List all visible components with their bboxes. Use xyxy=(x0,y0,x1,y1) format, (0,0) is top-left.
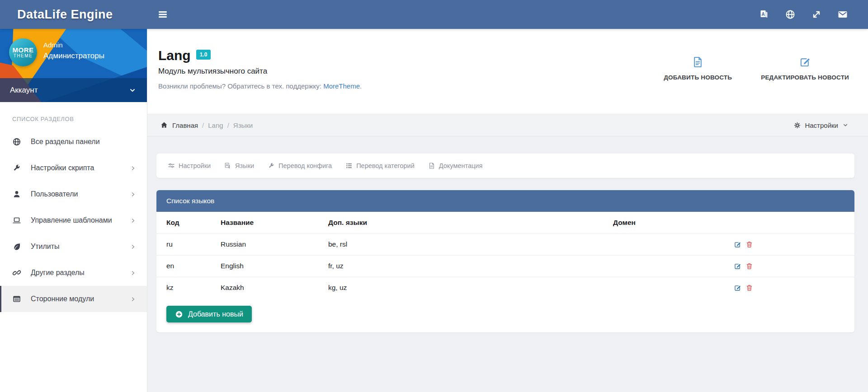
avatar[interactable]: MORE THEME xyxy=(9,38,37,66)
leaf-icon xyxy=(12,242,21,251)
sidebar-item-label: Другие разделы xyxy=(31,269,85,277)
wrench-icon xyxy=(268,162,275,169)
settings-dropdown[interactable]: Настройки xyxy=(793,121,848,129)
table-row: kz Kazakh kg, uz xyxy=(156,277,854,299)
sidebar-item-label: Настройки скрипта xyxy=(31,164,94,172)
tab-documentation[interactable]: Документация xyxy=(421,154,489,178)
list-icon xyxy=(345,162,353,169)
column-header-name: Название xyxy=(211,212,318,233)
avatar-text: THEME xyxy=(14,53,33,58)
breadcrumb-item-home[interactable]: Главная xyxy=(172,121,198,129)
cell-name: Kazakh xyxy=(211,277,318,299)
laptop-icon xyxy=(12,216,21,225)
edit-news-button[interactable]: РЕДАКТИРОВАТЬ НОВОСТИ xyxy=(761,56,849,81)
column-header-actions xyxy=(724,212,854,233)
chevron-down-icon xyxy=(129,87,136,94)
main-content: Lang 1.0 Модуль мультиязычного сайта Воз… xyxy=(147,29,868,392)
tab-languages[interactable]: A Языки xyxy=(217,154,261,178)
cell-name: English xyxy=(211,255,318,277)
link-icon xyxy=(12,268,21,277)
tab-settings[interactable]: Настройки xyxy=(161,154,217,178)
tab-label: Перевод категорий xyxy=(356,162,415,169)
settings-label: Настройки xyxy=(805,121,838,129)
fullscreen-icon[interactable] xyxy=(811,9,822,20)
module-tabs: Настройки A Языки Перевод конфига Перево… xyxy=(156,154,854,178)
edit-icon[interactable] xyxy=(734,284,741,292)
row-actions xyxy=(734,284,854,292)
edit-icon xyxy=(799,56,811,68)
sidebar-item-other-sections[interactable]: Другие разделы xyxy=(0,260,147,286)
chevron-down-icon xyxy=(843,122,848,128)
svg-text:A: A xyxy=(761,12,764,17)
document-icon xyxy=(692,56,704,68)
cell-extra: be, rsl xyxy=(318,233,603,255)
plus-circle-icon xyxy=(175,310,183,318)
sidebar-item-third-party-modules[interactable]: Сторонние модули xyxy=(0,286,147,312)
edit-icon[interactable] xyxy=(734,262,741,270)
chevron-right-icon xyxy=(130,244,136,250)
row-actions xyxy=(734,241,854,248)
support-link[interactable]: MoreTheme xyxy=(323,82,360,90)
breadcrumb-item-lang[interactable]: Lang xyxy=(208,121,223,129)
profile-card: MORE THEME Admin Администраторы Аккаунт xyxy=(0,29,147,102)
tab-config-translation[interactable]: Перевод конфига xyxy=(261,154,339,178)
add-news-label: ДОБАВИТЬ НОВОСТЬ xyxy=(664,74,732,81)
user-group: Администраторы xyxy=(43,51,104,61)
sidebar-item-users[interactable]: Пользователи xyxy=(0,181,147,207)
topbar: DataLife Engine A xyxy=(0,0,868,29)
account-dropdown[interactable]: Аккаунт xyxy=(0,78,147,102)
cell-code: ru xyxy=(156,233,211,255)
table-row: en English fr, uz xyxy=(156,255,854,277)
add-news-button[interactable]: ДОБАВИТЬ НОВОСТЬ xyxy=(664,56,732,81)
chevron-right-icon xyxy=(130,270,136,276)
sidebar-item-script-settings[interactable]: Настройки скрипта xyxy=(0,155,147,181)
panel-title: Список языков xyxy=(156,190,854,212)
breadcrumb: Главная / Lang / Языки Настройки xyxy=(147,114,868,136)
tab-label: Перевод конфига xyxy=(278,162,332,169)
breadcrumb-separator: / xyxy=(227,121,229,129)
globe-icon[interactable] xyxy=(785,9,796,20)
cell-code: en xyxy=(156,255,211,277)
add-new-button[interactable]: Добавить новый xyxy=(166,306,252,322)
support-text: Возникли проблемы? Обратитесь в тех. под… xyxy=(158,82,321,90)
trash-icon[interactable] xyxy=(745,241,753,248)
languages-table: Код Название Доп. языки Домен ru Russian… xyxy=(156,212,854,299)
sidebar-item-label: Все разделы панели xyxy=(31,138,100,146)
column-header-extra: Доп. языки xyxy=(318,212,603,233)
breadcrumb-separator: / xyxy=(202,121,204,129)
sidebar-item-utilities[interactable]: Утилиты xyxy=(0,233,147,260)
avatar-text: MORE xyxy=(13,47,34,53)
app-logo[interactable]: DataLife Engine xyxy=(0,8,147,22)
cell-name: Russian xyxy=(211,233,318,255)
edit-icon[interactable] xyxy=(734,241,741,248)
column-header-domain: Домен xyxy=(603,212,724,233)
mail-icon[interactable] xyxy=(837,9,848,20)
edit-news-label: РЕДАКТИРОВАТЬ НОВОСТИ xyxy=(761,74,849,81)
tab-label: Настройки xyxy=(179,162,211,169)
sidebar-item-templates[interactable]: Управление шаблонами xyxy=(0,207,147,233)
sidebar-section-title: СПИСОК РАЗДЕЛОВ xyxy=(0,102,147,129)
row-actions xyxy=(734,262,854,270)
sidebar-item-label: Утилиты xyxy=(31,243,60,251)
account-label: Аккаунт xyxy=(10,86,38,95)
hamburger-menu-icon[interactable] xyxy=(157,9,168,20)
sidebar-item-all-sections[interactable]: Все разделы панели xyxy=(0,129,147,155)
sliders-icon xyxy=(168,162,175,169)
column-header-code: Код xyxy=(156,212,211,233)
support-suffix: . xyxy=(360,82,362,90)
wrench-icon xyxy=(12,163,21,173)
cell-code: kz xyxy=(156,277,211,299)
home-icon[interactable] xyxy=(160,121,168,129)
translate-icon[interactable]: A xyxy=(759,9,769,20)
trash-icon[interactable] xyxy=(745,262,753,270)
cell-extra: kg, uz xyxy=(318,277,603,299)
tab-category-translation[interactable]: Перевод категорий xyxy=(339,154,421,178)
profile-names: Admin Администраторы xyxy=(43,41,104,61)
trash-icon[interactable] xyxy=(745,284,753,292)
chevron-right-icon xyxy=(130,165,136,171)
chevron-right-icon xyxy=(130,218,136,224)
modules-icon xyxy=(12,294,21,303)
content-area: Настройки A Языки Перевод конфига Перево… xyxy=(147,136,868,332)
sidebar-item-label: Управление шаблонами xyxy=(31,216,112,224)
tab-label: Документация xyxy=(439,162,482,169)
